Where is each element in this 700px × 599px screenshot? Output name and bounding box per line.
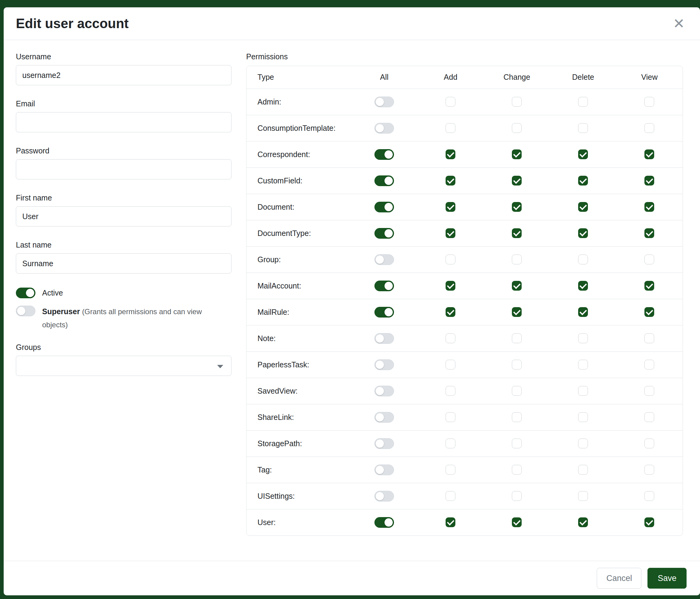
active-toggle[interactable] [16,288,35,298]
view-checkbox[interactable] [644,228,654,238]
add-checkbox[interactable] [446,123,455,133]
last-name-field[interactable] [16,253,231,273]
all-toggle[interactable] [374,491,394,502]
change-checkbox[interactable] [512,412,522,422]
view-checkbox[interactable] [644,518,654,527]
change-checkbox[interactable] [512,333,522,343]
view-checkbox[interactable] [644,465,654,475]
delete-checkbox[interactable] [578,176,588,186]
delete-checkbox[interactable] [578,333,588,343]
view-checkbox[interactable] [644,386,654,396]
all-toggle[interactable] [374,228,394,239]
delete-checkbox[interactable] [578,491,588,501]
username-input[interactable] [16,65,231,85]
add-checkbox[interactable] [446,228,455,238]
add-checkbox[interactable] [446,465,455,475]
permission-row: ConsumptionTemplate: [247,115,682,141]
delete-checkbox[interactable] [578,412,588,422]
add-checkbox[interactable] [446,412,455,422]
close-icon[interactable]: ✕ [671,17,686,30]
all-toggle[interactable] [374,149,394,160]
toggle-knob [376,98,384,106]
change-checkbox[interactable] [512,202,522,212]
change-checkbox[interactable] [512,360,522,369]
view-checkbox[interactable] [644,255,654,264]
delete-checkbox[interactable] [578,307,588,317]
delete-checkbox[interactable] [578,518,588,527]
all-toggle[interactable] [374,412,394,423]
add-checkbox[interactable] [446,97,455,107]
email-field[interactable] [16,112,231,132]
view-checkbox[interactable] [644,281,654,291]
groups-select[interactable] [16,356,231,376]
col-header-change: Change [484,66,550,89]
superuser-text: Superuser (Grants all permissions and ca… [42,305,219,331]
cancel-button[interactable]: Cancel [597,568,641,589]
change-checkbox[interactable] [512,386,522,396]
all-toggle[interactable] [374,359,394,370]
add-checkbox[interactable] [446,255,455,264]
delete-checkbox[interactable] [578,202,588,212]
view-checkbox[interactable] [644,123,654,133]
all-toggle[interactable] [374,517,394,528]
add-checkbox[interactable] [446,307,455,317]
view-checkbox[interactable] [644,307,654,317]
all-toggle[interactable] [374,254,394,265]
add-checkbox[interactable] [446,333,455,343]
delete-checkbox[interactable] [578,281,588,291]
change-checkbox[interactable] [512,228,522,238]
all-toggle[interactable] [374,123,394,134]
view-checkbox[interactable] [644,149,654,159]
delete-checkbox[interactable] [578,465,588,475]
all-toggle[interactable] [374,175,394,186]
add-checkbox[interactable] [446,386,455,396]
delete-checkbox[interactable] [578,255,588,264]
change-checkbox[interactable] [512,281,522,291]
view-checkbox[interactable] [644,202,654,212]
change-checkbox[interactable] [512,149,522,159]
superuser-toggle[interactable] [16,306,35,316]
change-checkbox[interactable] [512,491,522,501]
all-toggle[interactable] [374,333,394,344]
delete-checkbox[interactable] [578,386,588,396]
delete-checkbox[interactable] [578,123,588,133]
change-checkbox[interactable] [512,176,522,186]
view-checkbox[interactable] [644,438,654,448]
view-checkbox[interactable] [644,176,654,186]
change-checkbox[interactable] [512,518,522,527]
view-checkbox[interactable] [644,491,654,501]
all-toggle[interactable] [374,281,394,291]
password-field[interactable] [16,159,231,179]
add-checkbox[interactable] [446,518,455,527]
all-toggle[interactable] [374,202,394,212]
change-checkbox[interactable] [512,97,522,107]
delete-checkbox[interactable] [578,360,588,369]
change-checkbox[interactable] [512,123,522,133]
change-checkbox[interactable] [512,307,522,317]
view-checkbox[interactable] [644,412,654,422]
delete-checkbox[interactable] [578,228,588,238]
add-checkbox[interactable] [446,360,455,369]
change-checkbox[interactable] [512,255,522,264]
all-toggle[interactable] [374,97,394,107]
add-checkbox[interactable] [446,491,455,501]
add-checkbox[interactable] [446,202,455,212]
all-toggle[interactable] [374,464,394,475]
first-name-field[interactable] [16,206,231,226]
add-checkbox[interactable] [446,149,455,159]
all-toggle[interactable] [374,386,394,397]
add-checkbox[interactable] [446,281,455,291]
change-checkbox[interactable] [512,438,522,448]
delete-checkbox[interactable] [578,438,588,448]
view-checkbox[interactable] [644,333,654,343]
view-checkbox[interactable] [644,360,654,369]
all-toggle[interactable] [374,438,394,449]
change-checkbox[interactable] [512,465,522,475]
add-checkbox[interactable] [446,176,455,186]
delete-checkbox[interactable] [578,97,588,107]
delete-checkbox[interactable] [578,149,588,159]
view-checkbox[interactable] [644,97,654,107]
all-toggle[interactable] [374,307,394,317]
add-checkbox[interactable] [446,438,455,448]
save-button[interactable]: Save [648,568,686,589]
